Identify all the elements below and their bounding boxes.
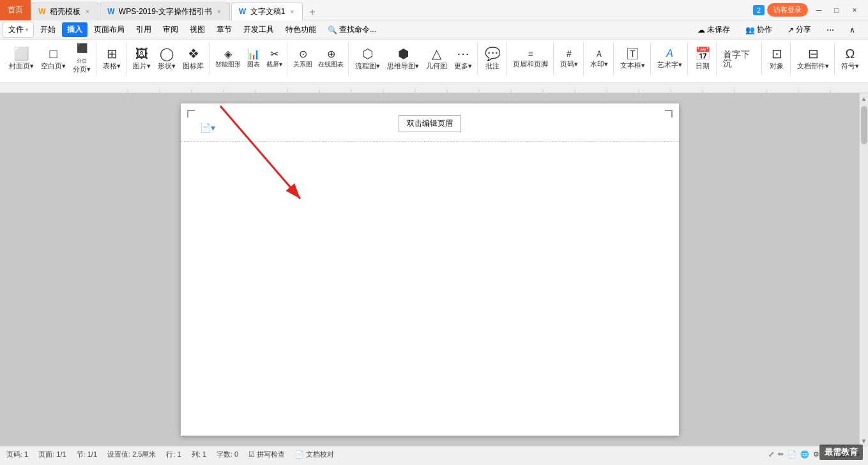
iconlib-button[interactable]: ❖ 图标库: [179, 43, 207, 74]
menu-features[interactable]: 特色功能: [280, 22, 321, 37]
artstyle-button[interactable]: A 艺术字▾: [654, 43, 685, 74]
comment-icon: 💬: [485, 47, 501, 60]
web-icon[interactable]: 🌐: [800, 450, 809, 459]
menu-references[interactable]: 引用: [131, 22, 156, 37]
date-button[interactable]: 📅 日期: [691, 43, 714, 74]
file-menu-label: 文件: [8, 24, 24, 35]
relation-button[interactable]: ⊙ 关系图: [291, 43, 315, 74]
minimize-button[interactable]: ─: [811, 2, 827, 19]
document-area[interactable]: 📄▾ 双击编辑页眉: [0, 93, 859, 446]
textbox-button[interactable]: T 文本框▾: [617, 43, 648, 74]
tab-wps-guide[interactable]: W WPS-2019-文字操作指引书 ×: [100, 3, 230, 20]
tab-close-3[interactable]: ×: [288, 8, 296, 16]
view-controls: ⤢ ✏ 📄 🌐 ⚙: [768, 450, 819, 459]
share-button[interactable]: ↗ 分享: [782, 22, 816, 37]
menu-insert[interactable]: 插入: [62, 22, 88, 37]
doc-verify-status[interactable]: 📄 文档校对: [295, 450, 334, 459]
search-command[interactable]: 🔍 查找命令...: [323, 22, 381, 37]
shape-icon: ◯: [160, 47, 174, 60]
headerfooter-button[interactable]: ≡ 页眉和页脚: [510, 43, 551, 74]
toolbar-group-comment: 💬 批注: [479, 42, 506, 75]
scroll-up-button[interactable]: ▲: [860, 93, 868, 103]
geometry-button[interactable]: △ 几何图: [423, 43, 450, 74]
more-button[interactable]: ⋯ 更多▾: [451, 43, 475, 74]
docparts-button[interactable]: ⊟ 文档部件▾: [794, 43, 832, 74]
comment-button[interactable]: 💬 批注: [481, 43, 504, 74]
toolbar-group-pageno: # 页码▾: [555, 42, 584, 75]
chart-icon: 📊: [247, 49, 260, 59]
collaborate-button[interactable]: 👥 协作: [740, 22, 777, 37]
pageno-label: 页码▾: [560, 59, 578, 69]
restore-button[interactable]: □: [828, 2, 845, 19]
menu-start[interactable]: 开始: [35, 22, 61, 37]
flowchart-button[interactable]: ⬡ 流程图▾: [352, 43, 383, 74]
file-menu[interactable]: 文件 ▾: [3, 22, 34, 38]
object-button[interactable]: ⊡ 对象: [765, 43, 788, 74]
toolbar-group-pages: ⬜ 封面页▾ □ 空白页▾ ⬛分页 分页▾: [4, 42, 96, 75]
pageno-button[interactable]: # 页码▾: [557, 43, 581, 74]
watermark-badge: 最需教育: [819, 445, 863, 460]
toolbar-group-relation: ⊙ 关系图 ⊕ 在线图表: [289, 42, 349, 75]
document-page[interactable]: 📄▾ 双击编辑页眉: [181, 103, 679, 436]
image-button[interactable]: 🖼 图片▾: [130, 43, 154, 74]
table-button[interactable]: ⊞ 表格▾: [100, 43, 124, 74]
collapse-ribbon[interactable]: ∧: [844, 22, 860, 37]
cover-page-button[interactable]: ⬜ 封面页▾: [6, 43, 37, 74]
table-label: 表格▾: [103, 61, 121, 71]
doc-header[interactable]: 📄▾ 双击编辑页眉: [181, 103, 679, 142]
visitor-login-button[interactable]: 访客登录: [767, 3, 808, 17]
search-placeholder: 查找命令...: [339, 24, 376, 35]
tab-close-1[interactable]: ×: [84, 8, 91, 16]
toolbar-group-images: 🖼 图片▾ ◯ 形状▾ ❖ 图标库: [128, 42, 209, 75]
menu-review[interactable]: 审阅: [158, 22, 183, 37]
shape-button[interactable]: ◯ 形状▾: [155, 43, 179, 74]
symbols-label: 符号▾: [841, 61, 859, 71]
title-bar-left: 首页 W 稻壳模板 × W WPS-2019-文字操作指引书 × W 文字文稿1…: [0, 0, 753, 20]
more-icon: ⋯: [457, 47, 469, 60]
spell-check-status[interactable]: ☑ 拼写检查: [248, 450, 285, 459]
unsaved-button[interactable]: ☁ 未保存: [692, 22, 735, 37]
more-menu[interactable]: ⋯: [821, 22, 839, 37]
mindmap-button[interactable]: ⬢ 思维导图▾: [384, 43, 422, 74]
corner-tl: [187, 110, 195, 118]
screenshot-icon: ✂: [270, 49, 278, 59]
chart-button[interactable]: 📊 图表: [244, 43, 263, 74]
menu-page-layout[interactable]: 页面布局: [89, 22, 130, 37]
mindmap-label: 思维导图▾: [387, 61, 419, 71]
scrollbar-vertical[interactable]: ▲ ▼: [859, 93, 868, 446]
screenshot-button[interactable]: ✂ 截屏▾: [264, 43, 285, 74]
smartshape-button[interactable]: ◈ 智能图形: [213, 43, 243, 74]
menu-chapter[interactable]: 章节: [211, 22, 237, 37]
onlinechart-button[interactable]: ⊕ 在线图表: [316, 43, 346, 74]
page-view-icon[interactable]: 📄: [788, 450, 796, 459]
page-break-label: 分页▾: [73, 65, 91, 74]
tab-close-2[interactable]: ×: [215, 8, 223, 16]
dropcap-button[interactable]: 首字下沉: [720, 43, 759, 74]
settings-icon[interactable]: ⚙: [813, 450, 819, 459]
expand-icon[interactable]: ⤢: [768, 450, 774, 459]
onlinechart-label: 在线图表: [318, 60, 344, 69]
toolbar-group-docparts: ⊟ 文档部件▾: [792, 42, 835, 75]
blank-page-button[interactable]: □ 空白页▾: [38, 43, 69, 74]
tab-doc1[interactable]: W 文字文稿1 ×: [231, 3, 303, 20]
watermark-button[interactable]: Ａ 水印▾: [587, 43, 611, 74]
artstyle-icon: A: [666, 49, 673, 59]
tab-template[interactable]: W 稻壳模板 ×: [31, 3, 98, 20]
home-button[interactable]: 首页: [0, 0, 31, 20]
header-edit-button[interactable]: 双击编辑页眉: [399, 115, 461, 132]
page-break-button[interactable]: ⬛分页 分页▾: [70, 43, 94, 74]
tab-label-3: 文字文稿1: [250, 6, 286, 17]
menu-view[interactable]: 视图: [185, 22, 210, 37]
edit-icon[interactable]: ✏: [778, 450, 784, 459]
new-tab-button[interactable]: +: [304, 4, 321, 20]
doc-body[interactable]: [181, 142, 679, 436]
scroll-thumb[interactable]: [861, 106, 867, 144]
notification-badge[interactable]: 2: [753, 5, 765, 15]
shape-label: 形状▾: [158, 61, 176, 71]
toolbar-group-table: ⊞ 表格▾: [98, 42, 126, 75]
menu-devtools[interactable]: 开发工具: [238, 22, 279, 37]
symbols-button[interactable]: Ω 符号▾: [838, 43, 862, 74]
blank-page-label: 空白页▾: [41, 61, 66, 71]
close-button[interactable]: ×: [846, 2, 863, 19]
watermark-label: 水印▾: [590, 59, 608, 69]
